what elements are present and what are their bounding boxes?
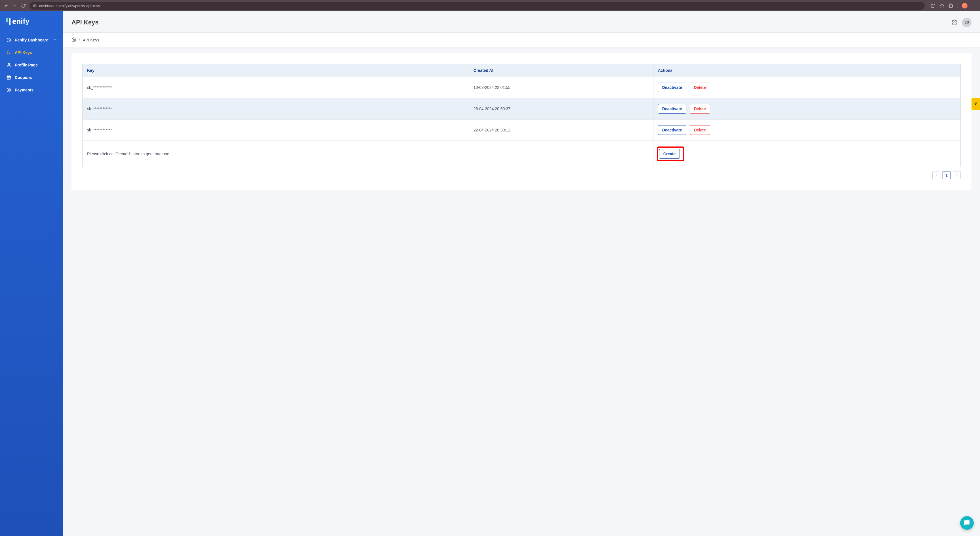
pagination: 1 (82, 171, 961, 179)
browser-forward-button[interactable] (12, 3, 18, 8)
cell-created: 10-03-2024 22:01:55 (469, 77, 653, 98)
sidebar-item-label: Coupons (15, 75, 32, 80)
table-header-created: Created At (469, 64, 653, 77)
browser-profile-avatar[interactable] (962, 3, 967, 8)
divider (958, 3, 958, 8)
cell-key: sk_************ (83, 77, 469, 98)
dollar-icon (6, 88, 11, 93)
delete-button[interactable]: Delete (690, 104, 710, 113)
user-avatar[interactable]: SS (962, 18, 972, 27)
cell-actions: Deactivate Delete (653, 120, 961, 141)
svg-point-8 (7, 51, 10, 54)
dashboard-icon (6, 37, 11, 43)
gift-icon (6, 75, 11, 80)
avatar-text: SS (964, 21, 969, 24)
pagination-next[interactable] (953, 171, 961, 179)
svg-rect-0 (33, 5, 36, 7)
svg-marker-3 (940, 4, 944, 7)
sidebar-item-coupons[interactable]: Coupons (0, 71, 63, 84)
breadcrumb: / API Keys (63, 32, 980, 48)
svg-line-9 (10, 53, 11, 54)
table-row: sk_************ 26-04-2024 20:59:37 Deac… (83, 98, 961, 120)
logo-text: enify (12, 17, 30, 26)
bookmark-icon[interactable] (939, 3, 945, 8)
sidebar-item-label: API Keys (15, 50, 32, 55)
sidebar-item-api-keys[interactable]: API Keys (0, 46, 63, 59)
main-content: API Keys SS / API Keys Key (63, 11, 980, 536)
cell-created: 26-04-2024 20:59:37 (469, 98, 653, 120)
cell-actions: Deactivate Delete (653, 98, 961, 120)
page-number: 1 (945, 173, 947, 177)
cell-actions: Deactivate Delete (653, 77, 961, 98)
deactivate-button[interactable]: Deactivate (658, 104, 686, 113)
pagination-prev[interactable] (932, 171, 940, 179)
delete-button[interactable]: Delete (690, 83, 710, 92)
sidebar-item-label: Profile Page (15, 63, 38, 67)
table-header-actions: Actions (653, 64, 961, 77)
settings-button[interactable] (951, 19, 957, 25)
sidebar-item-profile[interactable]: Profile Page (0, 59, 63, 71)
page-title: API Keys (72, 19, 99, 26)
deactivate-button[interactable]: Deactivate (658, 125, 686, 135)
breadcrumb-current: API Keys (83, 38, 99, 42)
svg-point-6 (974, 7, 974, 7)
chevron-left-icon (935, 174, 938, 177)
create-highlight: Create (657, 147, 685, 161)
breadcrumb-separator: / (79, 38, 80, 42)
content-card: Key Created At Actions sk_************ 1… (72, 53, 972, 190)
person-icon (6, 62, 11, 67)
page-header: API Keys SS (63, 11, 980, 32)
search-icon (6, 50, 11, 55)
chat-icon (964, 520, 970, 526)
chevron-right-icon (955, 174, 958, 177)
side-tab[interactable] (972, 98, 980, 110)
table-row: sk_************ 10-03-2024 22:01:55 Deac… (83, 77, 961, 98)
browser-menu-icon[interactable] (972, 3, 977, 8)
cell-empty (469, 141, 653, 167)
extensions-icon[interactable] (948, 3, 954, 8)
pagination-page-1[interactable]: 1 (943, 171, 950, 179)
svg-point-4 (974, 4, 974, 5)
browser-url-bar[interactable]: dashboard.penify.dev/penify-api-keys (30, 2, 925, 10)
browser-back-button[interactable] (3, 3, 9, 8)
chat-widget[interactable] (960, 516, 974, 530)
logo[interactable]: enify (0, 16, 63, 32)
browser-chrome: dashboard.penify.dev/penify-api-keys (0, 0, 980, 11)
sidebar: enify Penify Dashboard API Keys (0, 11, 63, 536)
sidebar-item-label: Payments (15, 88, 33, 92)
deactivate-button[interactable]: Deactivate (658, 83, 686, 92)
cell-key: sk_************ (83, 98, 469, 120)
gear-icon (951, 19, 957, 25)
create-button[interactable]: Create (659, 149, 680, 159)
site-settings-icon (33, 4, 37, 8)
svg-point-5 (974, 5, 974, 6)
home-icon[interactable] (72, 37, 76, 43)
cell-key: sk_************ (83, 120, 469, 141)
cell-created: 22-04-2024 20:30:12 (469, 120, 653, 141)
chevron-down-icon (53, 38, 57, 42)
svg-point-10 (8, 63, 10, 65)
table-footer-row: Please click an 'Create' button to gener… (83, 141, 961, 167)
sidebar-item-dashboard[interactable]: Penify Dashboard (0, 34, 63, 46)
cell-footer-text: Please click an 'Create' button to gener… (83, 141, 469, 167)
browser-reload-button[interactable] (21, 3, 26, 8)
url-text: dashboard.penify.dev/penify-api-keys (39, 4, 100, 8)
delete-button[interactable]: Delete (690, 125, 710, 135)
lambda-icon (974, 102, 978, 106)
table-header-key: Key (83, 64, 469, 77)
cell-create: Create (653, 141, 961, 167)
table-row: sk_************ 22-04-2024 20:30:12 Deac… (83, 120, 961, 141)
open-external-icon[interactable] (930, 3, 935, 8)
svg-point-15 (954, 22, 955, 23)
sidebar-item-payments[interactable]: Payments (0, 84, 63, 96)
logo-mark-icon (6, 18, 11, 25)
sidebar-item-label: Penify Dashboard (15, 38, 49, 42)
api-keys-table: Key Created At Actions sk_************ 1… (82, 64, 961, 167)
